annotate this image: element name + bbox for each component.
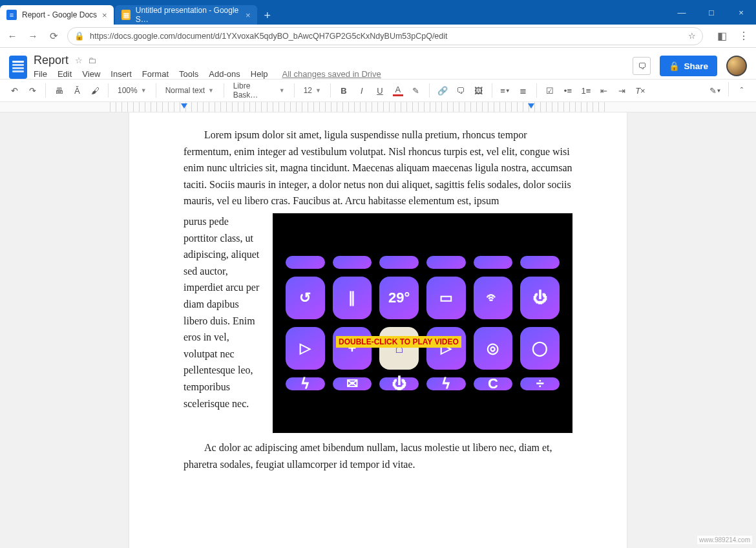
reload-button[interactable]: ⟳ (47, 29, 61, 43)
italic-button[interactable]: I (354, 82, 370, 99)
checklist-button[interactable]: ☑ (542, 82, 558, 99)
align-button[interactable]: ≡▼ (498, 82, 513, 99)
lock-icon: 🔒 (669, 61, 680, 71)
document-title[interactable]: Report (34, 54, 68, 67)
print-button[interactable]: 🖶 (51, 82, 67, 99)
font-select[interactable]: Libre Bask…▼ (229, 82, 289, 99)
undo-button[interactable]: ↶ (6, 82, 22, 99)
record-icon: ◯ (520, 327, 560, 370)
docs-favicon: ≡ (6, 10, 17, 20)
home-icon: ⌂ (379, 327, 419, 370)
canvas[interactable]: Lorem ipsum dolor sit amet, ligula suspe… (0, 112, 756, 548)
left-indent-marker[interactable] (181, 103, 187, 109)
paint-format-button[interactable]: 🖌 (87, 82, 103, 99)
play-icon: ▷ (286, 327, 325, 370)
pause-icon: ‖ (333, 277, 372, 319)
underline-button[interactable]: U (372, 82, 388, 99)
close-icon[interactable]: × (246, 10, 251, 20)
tab-label: Untitled presentation - Google S… (136, 6, 240, 24)
menu-bar: File Edit View Insert Format Tools Add-o… (34, 69, 381, 79)
power-icon: ⏻ (379, 377, 419, 390)
flash-icon: ϟ (426, 377, 466, 390)
slides-favicon: ▦ (121, 10, 131, 20)
comments-button[interactable]: 🗨 (633, 57, 651, 75)
menu-file[interactable]: File (34, 69, 47, 79)
style-select[interactable]: Normal text▼ (162, 82, 218, 99)
embedded-video[interactable]: ↺ ‖ 29° ▭ ᯤ ⏻ ▷ + ⌂ ▷ ◎ ◯ ϟ ✉ ⏻ (273, 213, 572, 433)
menu-help[interactable]: Help (251, 69, 268, 79)
battery-icon: ▭ (426, 277, 466, 319)
wifi-icon: ᯤ (474, 277, 513, 319)
page[interactable]: Lorem ipsum dolor sit amet, ligula suspe… (129, 112, 627, 548)
share-label: Share (684, 61, 708, 71)
divide-icon: ÷ (520, 377, 560, 390)
ruler[interactable] (0, 102, 756, 112)
insert-comment-button[interactable]: 🗨 (453, 82, 468, 99)
account-avatar[interactable] (726, 56, 747, 76)
temperature-icon: 29° (379, 277, 419, 319)
mail-icon: ✉ (333, 377, 372, 390)
location-icon: ◎ (474, 327, 513, 370)
menu-insert[interactable]: Insert (110, 69, 132, 79)
folder-icon[interactable]: 🗀 (88, 56, 96, 65)
tab-report[interactable]: ≡ Report - Google Docs × (0, 5, 114, 25)
forward-button[interactable]: → (26, 29, 40, 43)
address-bar[interactable]: 🔒 https://docs.google.com/document/d/1YX… (67, 27, 703, 45)
extensions-icon[interactable]: ◧ (715, 30, 729, 42)
spellcheck-button[interactable]: Ǎ (69, 82, 85, 99)
lock-icon: 🔒 (74, 31, 85, 41)
insert-image-button[interactable]: 🖼 (471, 82, 487, 99)
phone-icon: ↺ (286, 277, 325, 319)
bookmark-icon[interactable]: ☆ (688, 31, 696, 41)
window-maximize[interactable]: □ (697, 0, 726, 25)
font-size-select[interactable]: 12▼ (300, 82, 325, 99)
tab-label: Report - Google Docs (22, 10, 97, 19)
menu-addons[interactable]: Add-ons (209, 69, 240, 79)
refresh-icon: C (474, 377, 513, 390)
docs-header: Report ☆ 🗀 File Edit View Insert Format … (0, 48, 756, 79)
menu-icon[interactable]: ⋮ (737, 30, 751, 42)
line-spacing-button[interactable]: ≣ (516, 82, 531, 99)
collapse-toolbar-button[interactable]: ˆ (734, 82, 750, 99)
power-icon: ⏻ (520, 277, 560, 319)
window-minimize[interactable]: — (667, 0, 697, 25)
save-status[interactable]: All changes saved in Drive (282, 69, 381, 79)
redo-button[interactable]: ↷ (25, 82, 40, 99)
flash-icon: ϟ (286, 377, 325, 390)
close-icon[interactable]: × (102, 10, 107, 20)
menu-tools[interactable]: Tools (179, 69, 198, 79)
plus-icon: + (333, 327, 372, 370)
text-color-button[interactable]: A (390, 82, 406, 99)
paragraph[interactable]: Ac dolor ac adipiscing amet bibendum nul… (184, 439, 572, 472)
docs-logo[interactable] (9, 56, 27, 79)
outdent-button[interactable]: ⇤ (596, 82, 612, 99)
paragraph[interactable]: purus pede porttitor class, ut adipiscin… (184, 213, 261, 433)
share-button[interactable]: 🔒 Share (660, 56, 717, 76)
bold-button[interactable]: B (336, 82, 352, 99)
indent-button[interactable]: ⇥ (614, 82, 630, 99)
window-close[interactable]: × (726, 0, 756, 25)
insert-link-button[interactable]: 🔗 (435, 82, 450, 99)
tab-slides[interactable]: ▦ Untitled presentation - Google S… × (115, 5, 257, 25)
star-icon[interactable]: ☆ (75, 56, 83, 65)
play-icon: ▷ (426, 327, 466, 370)
video-overlay-text: DOUBLE-CLICK TO PLAY VIDEO (336, 336, 461, 348)
highlight-button[interactable]: ✎ (408, 82, 424, 99)
paragraph[interactable]: Lorem ipsum dolor sit amet, ligula suspe… (184, 127, 572, 209)
back-button[interactable]: ← (5, 29, 19, 43)
watermark: www.989214.com (697, 536, 752, 544)
menu-view[interactable]: View (82, 69, 100, 79)
menu-edit[interactable]: Edit (58, 69, 72, 79)
formatting-toolbar: ↶ ↷ 🖶 Ǎ 🖌 100%▼ Normal text▼ Libre Bask…… (0, 79, 756, 102)
bulleted-list-button[interactable]: •≡ (560, 82, 576, 99)
browser-toolbar: ← → ⟳ 🔒 https://docs.google.com/document… (0, 25, 756, 48)
clear-format-button[interactable]: T× (633, 82, 648, 99)
zoom-select[interactable]: 100%▼ (114, 82, 151, 99)
url-text: https://docs.google.com/document/d/1YXvo… (90, 32, 448, 41)
right-indent-marker[interactable] (528, 103, 534, 109)
menu-format[interactable]: Format (142, 69, 169, 79)
editing-mode-button[interactable]: ✎▼ (708, 82, 723, 99)
browser-titlebar: ≡ Report - Google Docs × ▦ Untitled pres… (0, 0, 756, 25)
numbered-list-button[interactable]: 1≡ (578, 82, 594, 99)
new-tab-button[interactable]: + (258, 6, 277, 25)
